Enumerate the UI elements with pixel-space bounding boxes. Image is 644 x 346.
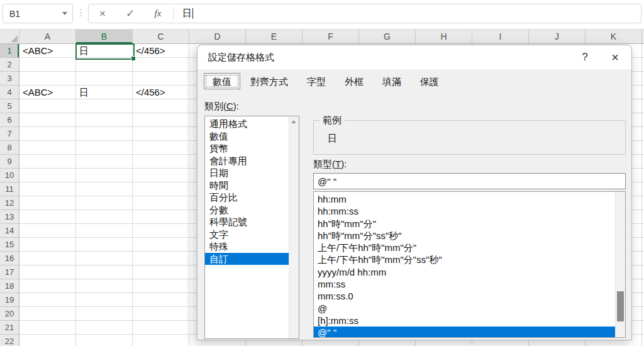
type-format-item-10[interactable]: [h]:mm:ss bbox=[314, 315, 615, 326]
select-all-corner[interactable] bbox=[0, 30, 19, 43]
tab-border[interactable]: 外框 bbox=[336, 73, 372, 89]
gridline bbox=[132, 44, 133, 346]
sample-label: 範例 bbox=[319, 114, 345, 126]
type-format-item-1[interactable]: hh:mm:ss bbox=[314, 205, 615, 217]
type-format-item-8[interactable]: mm:ss.0 bbox=[314, 290, 615, 302]
type-format-item-6[interactable]: yyyy/m/d hh:mm bbox=[314, 266, 615, 278]
cell-C4[interactable]: </456> bbox=[136, 86, 165, 99]
type-format-item-4[interactable]: 上午/下午hh"時"mm"分" bbox=[314, 242, 615, 254]
category-item-time[interactable]: 時間 bbox=[205, 179, 289, 192]
row-header-column: 12345678910111213141516171819202122 bbox=[0, 44, 19, 346]
insert-function-icon[interactable]: fx bbox=[144, 8, 172, 19]
row-header-4[interactable]: 4 bbox=[0, 86, 19, 99]
type-scrollbar[interactable] bbox=[615, 192, 625, 337]
row-header-15[interactable]: 15 bbox=[0, 238, 19, 252]
cell-A1[interactable]: <ABC> bbox=[23, 45, 53, 57]
excel-app: B1 ⋮ × ✓ fx 日 ABCDEFGHIJK 12345678910111… bbox=[0, 0, 644, 346]
gridline bbox=[75, 44, 76, 346]
column-header-f[interactable]: F bbox=[303, 30, 359, 43]
row-header-14[interactable]: 14 bbox=[0, 224, 19, 238]
category-scrollbar[interactable] bbox=[289, 116, 299, 338]
category-item-percentage[interactable]: 百分比 bbox=[205, 191, 289, 204]
cell-B4[interactable]: 日 bbox=[79, 86, 89, 99]
row-header-9[interactable]: 9 bbox=[0, 155, 19, 169]
sample-value: 日 bbox=[328, 133, 337, 145]
column-header-j[interactable]: J bbox=[529, 30, 586, 43]
fill-handle[interactable] bbox=[131, 56, 136, 61]
type-format-item-9[interactable]: @ bbox=[314, 303, 615, 315]
scroll-up-icon[interactable] bbox=[291, 120, 296, 123]
selected-cell-outline bbox=[75, 43, 135, 60]
type-format-item-3[interactable]: hh"時"mm"分"ss"秒" bbox=[314, 230, 615, 242]
tab-number[interactable]: 數值 bbox=[204, 73, 240, 89]
close-icon[interactable]: × bbox=[601, 45, 629, 69]
row-header-22[interactable]: 22 bbox=[0, 335, 19, 346]
category-item-general[interactable]: 通用格式 bbox=[205, 118, 289, 130]
column-header-i[interactable]: I bbox=[472, 30, 529, 43]
category-item-number[interactable]: 數值 bbox=[205, 130, 289, 143]
cancel-icon[interactable]: × bbox=[89, 8, 116, 20]
tab-protection[interactable]: 保護 bbox=[411, 73, 448, 89]
row-header-5[interactable]: 5 bbox=[0, 99, 19, 113]
formula-bar-box: × ✓ fx 日 bbox=[88, 4, 641, 23]
tab-font[interactable]: 字型 bbox=[298, 73, 335, 89]
column-header-k[interactable]: K bbox=[586, 30, 642, 43]
row-header-13[interactable]: 13 bbox=[0, 210, 19, 224]
category-item-currency[interactable]: 貨幣 bbox=[205, 142, 289, 155]
row-header-7[interactable]: 7 bbox=[0, 127, 19, 141]
row-header-1[interactable]: 1 bbox=[0, 44, 19, 58]
enter-icon[interactable]: ✓ bbox=[116, 7, 144, 20]
sample-groupbox: 範例 日 bbox=[313, 120, 626, 155]
row-header-19[interactable]: 19 bbox=[0, 293, 19, 307]
category-item-accounting[interactable]: 會計專用 bbox=[205, 155, 289, 167]
column-header-d[interactable]: D bbox=[189, 30, 246, 43]
cell-A4[interactable]: <ABC> bbox=[23, 86, 53, 99]
row-header-8[interactable]: 8 bbox=[0, 141, 19, 155]
row-header-11[interactable]: 11 bbox=[0, 182, 19, 196]
type-format-item-11[interactable]: @" " bbox=[314, 326, 615, 338]
column-header-g[interactable]: G bbox=[359, 30, 416, 43]
type-format-item-0[interactable]: hh:mm bbox=[314, 193, 615, 205]
category-item-scientific[interactable]: 科學記號 bbox=[205, 216, 289, 228]
row-header-12[interactable]: 12 bbox=[0, 196, 19, 210]
category-listbox[interactable]: 通用格式數值貨幣會計專用日期時間百分比分數科學記號文字特殊自訂 bbox=[204, 116, 299, 339]
category-item-special[interactable]: 特殊 bbox=[205, 240, 289, 253]
name-box-value: B1 bbox=[3, 9, 62, 19]
category-item-custom[interactable]: 自訂 bbox=[205, 253, 289, 265]
tab-alignment[interactable]: 對齊方式 bbox=[242, 73, 297, 89]
category-item-fraction[interactable]: 分數 bbox=[205, 204, 289, 216]
type-listbox[interactable]: hh:mmhh:mm:sshh"時"mm"分"hh"時"mm"分"ss"秒"上午… bbox=[313, 191, 626, 338]
row-header-18[interactable]: 18 bbox=[0, 279, 19, 293]
text-cursor bbox=[192, 8, 193, 19]
formula-input[interactable]: 日 bbox=[182, 8, 192, 20]
category-item-text[interactable]: 文字 bbox=[205, 228, 289, 241]
column-header-a[interactable]: A bbox=[19, 30, 76, 43]
category-item-date[interactable]: 日期 bbox=[205, 167, 289, 179]
divider bbox=[173, 7, 174, 21]
row-header-3[interactable]: 3 bbox=[0, 72, 19, 86]
column-header-b[interactable]: B bbox=[76, 30, 133, 43]
column-header-c[interactable]: C bbox=[133, 30, 189, 43]
name-box[interactable]: B1 bbox=[3, 4, 73, 23]
type-format-item-7[interactable]: mm:ss bbox=[314, 278, 615, 290]
formula-bar: B1 ⋮ × ✓ fx 日 bbox=[0, 0, 644, 28]
row-header-10[interactable]: 10 bbox=[0, 169, 19, 182]
row-header-16[interactable]: 16 bbox=[0, 252, 19, 265]
column-header-h[interactable]: H bbox=[416, 30, 472, 43]
row-header-17[interactable]: 17 bbox=[0, 265, 19, 279]
column-header-e[interactable]: E bbox=[246, 30, 303, 43]
row-header-20[interactable]: 20 bbox=[0, 307, 19, 321]
type-format-item-5[interactable]: 上午/下午hh"時"mm"分"ss"秒" bbox=[314, 254, 615, 265]
type-input[interactable] bbox=[313, 173, 626, 189]
formula-bar-grip-icon: ⋮ bbox=[77, 8, 86, 18]
cell-C1[interactable]: </456> bbox=[136, 45, 165, 57]
scrollbar-thumb[interactable] bbox=[617, 291, 624, 321]
dialog-tabs: 數值對齊方式字型外框填滿保護 bbox=[204, 73, 449, 89]
tab-fill[interactable]: 填滿 bbox=[374, 73, 410, 89]
row-header-2[interactable]: 2 bbox=[0, 58, 19, 72]
help-button[interactable]: ? bbox=[571, 45, 599, 69]
row-header-21[interactable]: 21 bbox=[0, 321, 19, 335]
row-header-6[interactable]: 6 bbox=[0, 113, 19, 127]
type-format-item-2[interactable]: hh"時"mm"分" bbox=[314, 218, 615, 230]
name-box-dropdown-icon[interactable] bbox=[62, 12, 67, 15]
